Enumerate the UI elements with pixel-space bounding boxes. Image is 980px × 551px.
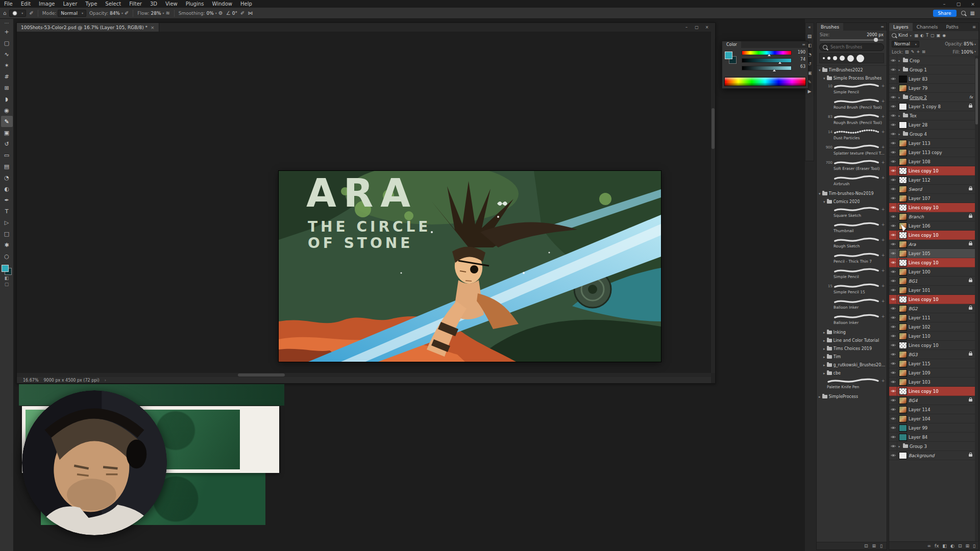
move-tool[interactable]: +	[1, 26, 13, 37]
color-spectrum-ramp[interactable]	[724, 77, 806, 86]
workspace-switcher-icon[interactable]: ▦	[970, 10, 975, 16]
brush-preset-icon[interactable]	[823, 57, 825, 59]
layer-row[interactable]: Layer 104	[889, 414, 978, 423]
menu-item[interactable]: Edit	[17, 0, 35, 8]
visibility-toggle-icon[interactable]	[889, 240, 897, 248]
brush-item[interactable]: Tim-brushes-Nov2019 Tim-brushes-Nov2019	[817, 189, 887, 197]
visibility-toggle-icon[interactable]	[889, 442, 897, 450]
layer-name[interactable]: Background	[909, 453, 967, 458]
menu-item[interactable]: File	[0, 0, 17, 8]
brush-search-input[interactable]	[829, 44, 877, 50]
visibility-toggle-icon[interactable]	[889, 267, 897, 276]
color-swatches[interactable]	[2, 265, 12, 275]
layer-row[interactable]: Layer 110	[889, 332, 978, 341]
adjustment-layer-icon[interactable]: ◐	[950, 543, 954, 548]
color-value[interactable]: 190	[798, 50, 805, 55]
layer-name[interactable]: Layer 106	[909, 223, 974, 229]
layer-thumbnail[interactable]	[899, 360, 907, 367]
color-value[interactable]: 63	[800, 64, 805, 69]
layer-row[interactable]: Layer 111	[889, 313, 978, 322]
layer-name[interactable]: Group 4	[910, 132, 974, 137]
layer-thumbnail[interactable]	[899, 305, 907, 312]
layer-name[interactable]: Branch	[909, 214, 967, 219]
brush-item[interactable]: Pencil - Thick Thin 7 Pencil - Thick Thi…	[817, 252, 887, 267]
layer-name[interactable]: BG1	[909, 279, 967, 284]
layer-row[interactable]: Layer 79	[889, 84, 978, 93]
caret-icon[interactable]	[823, 338, 825, 343]
layer-row[interactable]: Background	[889, 451, 978, 460]
caret-icon[interactable]	[823, 363, 825, 367]
layer-name[interactable]: Lines copy 10	[909, 389, 974, 394]
layer-thumbnail[interactable]	[899, 369, 907, 377]
layer-row[interactable]: BG1	[889, 277, 978, 286]
layer-row[interactable]: Layer 109	[889, 368, 978, 378]
new-brush-icon[interactable]: ⊞	[872, 543, 876, 548]
saturation-slider[interactable]	[742, 58, 792, 63]
brush-target-icon[interactable]	[880, 238, 886, 242]
layers-scroll-thumb[interactable]	[975, 58, 978, 124]
layer-row[interactable]: BG2	[889, 304, 978, 313]
layer-thumbnail[interactable]	[899, 333, 907, 340]
fill-value[interactable]: 100%	[961, 49, 973, 55]
brush-item[interactable]: Tim Tim	[817, 353, 887, 361]
expand-caret-icon[interactable]	[897, 95, 901, 99]
panel-menu-icon[interactable]: ≡	[972, 23, 978, 31]
layer-thumbnail[interactable]	[899, 406, 907, 413]
layer-name[interactable]: Sword	[909, 187, 967, 192]
layer-name[interactable]: Layer 109	[909, 370, 974, 375]
color-value[interactable]: 74	[800, 57, 805, 62]
brush-item[interactable]: Comics 2020 Comics 2020	[817, 197, 887, 206]
brush-search-box[interactable]	[819, 43, 884, 51]
layer-name[interactable]: Tex	[910, 113, 974, 118]
visibility-toggle-icon[interactable]	[889, 194, 897, 203]
menu-item[interactable]: Select	[101, 0, 125, 8]
blend-mode-dropdown[interactable]: Normal ▾	[892, 41, 919, 47]
frame-tool[interactable]: ⊞	[1, 82, 13, 93]
visibility-toggle-icon[interactable]	[889, 176, 897, 184]
quick-mask-icon[interactable]: ◧	[5, 276, 9, 281]
expand-caret-icon[interactable]	[897, 68, 901, 71]
home-icon[interactable]: ⌂	[3, 10, 6, 16]
pressure-opacity-icon[interactable]: ✐	[125, 10, 129, 16]
layer-row[interactable]: Layer 101	[889, 286, 978, 295]
brightness-slider[interactable]	[742, 66, 792, 70]
visibility-toggle-icon[interactable]	[889, 130, 897, 138]
menu-item[interactable]: Help	[236, 0, 256, 8]
brush-item[interactable]: Dust Particles 14 Dust Particles	[817, 128, 887, 143]
visibility-toggle-icon[interactable]	[889, 451, 897, 460]
layer-row[interactable]: Layer 99	[889, 423, 978, 433]
close-button[interactable]: ×	[966, 0, 980, 8]
history-brush-tool[interactable]: ↺	[1, 138, 13, 149]
layer-thumbnail[interactable]	[899, 140, 907, 147]
search-icon[interactable]	[961, 11, 966, 15]
visibility-toggle-icon[interactable]	[889, 414, 897, 423]
layer-thumbnail[interactable]	[899, 213, 907, 220]
visibility-toggle-icon[interactable]	[889, 286, 897, 294]
brush-tool[interactable]: ✎	[1, 116, 13, 127]
brush-item[interactable]: Palette Knife Pen Palette Knife Pen	[817, 377, 887, 392]
layer-name[interactable]: Layer 115	[909, 361, 974, 366]
layer-thumbnail[interactable]	[899, 149, 907, 156]
visibility-toggle-icon[interactable]	[889, 231, 897, 239]
visibility-toggle-icon[interactable]	[889, 359, 897, 368]
visibility-toggle-icon[interactable]	[889, 65, 897, 74]
brush-item[interactable]: Soft Eraser (Eraser Tool) 700 Soft Erase…	[817, 159, 887, 174]
vertical-scrollbar[interactable]	[711, 32, 715, 373]
lasso-tool[interactable]: ∿	[1, 48, 13, 60]
layer-name[interactable]: Lines copy 10	[909, 260, 974, 265]
brush-size-slider[interactable]	[820, 39, 884, 41]
layer-thumbnail[interactable]	[899, 121, 907, 129]
layer-row[interactable]: Crop	[889, 56, 978, 65]
lock-transparency-icon[interactable]: ▨	[905, 49, 909, 54]
gradient-tool[interactable]: ▤	[1, 161, 13, 172]
layer-name[interactable]: Ara	[909, 242, 967, 247]
share-button[interactable]: Share	[933, 10, 957, 17]
marquee-tool[interactable]: ▢	[1, 37, 13, 48]
layer-style-icon[interactable]: fx	[935, 543, 939, 548]
angle-value[interactable]: 0°	[232, 11, 237, 16]
pixel-filter-icon[interactable]: ▦	[915, 33, 919, 38]
layer-thumbnail[interactable]	[899, 177, 907, 184]
menu-item[interactable]: Filter	[125, 0, 146, 8]
layer-thumbnail[interactable]	[899, 232, 907, 239]
layer-name[interactable]: Layer 99	[909, 425, 974, 431]
